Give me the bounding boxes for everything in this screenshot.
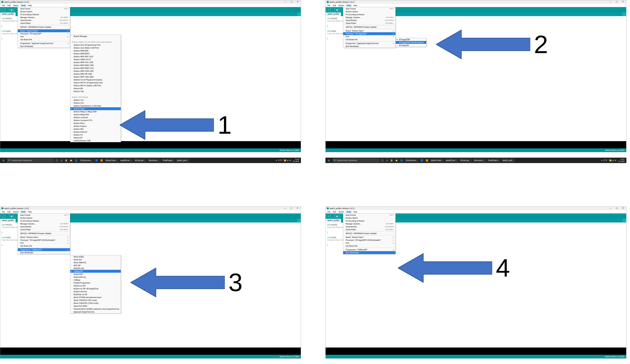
- tools-menu[interactable]: Auto FormatCtrl+T Archive Sketch Fix Enc…: [343, 7, 396, 48]
- taskbar-item[interactable]: ◯: [55, 158, 59, 163]
- tools-menu[interactable]: Auto FormatCtrl+T Archive Sketch Fix Enc…: [343, 213, 396, 254]
- submenu-item[interactable]: Arduino M0 Pro (Programming Port): [70, 81, 121, 84]
- taskbar-item[interactable]: 🟦: [94, 158, 98, 163]
- submenu-item[interactable]: Arduino Leonardo: [70, 116, 121, 119]
- taskbar-item[interactable]: 🖼: [64, 158, 68, 163]
- submenu-item[interactable]: Atmel JTAGICE3 (JTAG mode): [70, 302, 121, 305]
- taskbar-clock[interactable]: 10.008.6.2022: [292, 158, 300, 162]
- submenu-item[interactable]: ●USBtinyISP: [70, 270, 121, 273]
- new-button[interactable]: ▦: [10, 8, 14, 12]
- submenu-item[interactable]: ATmega168: [396, 44, 426, 47]
- taskbar-item[interactable]: 🌐: [74, 158, 78, 163]
- programmer-submenu[interactable]: Atmel EDBGAtmel-ICEAtmel SAM-ICEAVR ISPA…: [70, 255, 121, 314]
- submenu-item[interactable]: Arduino MKR WiFi 1010: [70, 55, 121, 58]
- submenu-item[interactable]: Arduino MKR FOX 1200: [70, 61, 121, 64]
- submenu-item[interactable]: BusPirate as ISP: [70, 293, 121, 296]
- taskbar-item[interactable]: Adobe Flash…: [104, 158, 118, 163]
- submenu-item[interactable]: Arduino Duemilanove or Diecimila: [70, 104, 121, 107]
- verify-button[interactable]: ✔: [1, 8, 5, 12]
- submenu-item[interactable]: ArduinoISP: [70, 273, 121, 276]
- submenu-item[interactable]: Adafruit Circuit Playground Express: [70, 78, 121, 81]
- submenu-item[interactable]: ●Arduino Nano: [70, 107, 121, 110]
- submenu-item[interactable]: AVRISP mkII: [70, 267, 121, 270]
- submenu-item[interactable]: Arduino Zero (Programming Port): [70, 43, 121, 46]
- taskbar[interactable]: ⊞ 🔍 Kirjoita tähän hakeaksesi ◯▭ 🖼📁🌐 S:E…: [326, 158, 626, 163]
- boards-submenu[interactable]: Boards Manager...Arduino SAMD (32-bits A…: [70, 35, 121, 142]
- submenu-item[interactable]: Atmel EDBG: [70, 255, 121, 258]
- taskbar-item[interactable]: ▭: [60, 158, 64, 163]
- menu-board[interactable]: Board: "Arduino Nano"▸: [18, 29, 70, 32]
- menu-bar[interactable]: File Edit Sketch Tools Help: [0, 4, 301, 7]
- submenu-item[interactable]: Arduino Mega or Mega 2560: [70, 110, 121, 113]
- submenu-item[interactable]: Arduino Leonardo ETH: [70, 119, 121, 122]
- submenu-item[interactable]: Arduino Mini: [70, 128, 121, 130]
- submenu-item[interactable]: Atmel SAM-ICE: [70, 261, 121, 264]
- sketch-tab[interactable]: sketch_jun08a: [0, 12, 16, 16]
- taskbar-item[interactable]: Electronics …: [148, 158, 161, 163]
- submenu-item[interactable]: Arduino Fio: [70, 133, 121, 136]
- submenu-item[interactable]: ATmega328P (Old Bootloader): [396, 41, 426, 44]
- submenu-item[interactable]: Arduino Zero (Native USB Port): [70, 46, 121, 49]
- menu-burn-bootloader[interactable]: Burn Bootloader: [343, 251, 396, 254]
- submenu-item[interactable]: Arduino Tian: [70, 90, 121, 93]
- submenu-item[interactable]: Parallel Programmer: [70, 281, 121, 284]
- submenu-item[interactable]: Arduino as ISP: [70, 284, 121, 287]
- submenu-item[interactable]: Atmel STK500 development board: [70, 296, 121, 299]
- menu-help[interactable]: Help: [27, 4, 33, 7]
- submenu-item[interactable]: AVR ISP: [70, 264, 121, 267]
- minimize-button[interactable]: —: [283, 0, 288, 3]
- taskbar-search[interactable]: 🔍 Kirjoita tähän hakeaksesi: [7, 158, 54, 163]
- taskbar-item[interactable]: 🟧: [99, 158, 104, 163]
- submenu-item[interactable]: Arduino MKR1000: [70, 49, 121, 52]
- processor-submenu[interactable]: ●ATmega328PATmega328P (Old Bootloader)AT…: [396, 38, 426, 47]
- tools-menu[interactable]: Auto FormatCtrl+T Archive Sketch Fix Enc…: [18, 7, 70, 48]
- start-button[interactable]: ⊞: [1, 158, 6, 163]
- taskbar-item[interactable]: KiCad.odp …: [134, 158, 147, 163]
- open-button[interactable]: ↑: [14, 8, 18, 12]
- submenu-item[interactable]: Atmel JTAGICE3 (ISP mode): [70, 299, 121, 302]
- taskbar-item[interactable]: S:Electronics…: [79, 158, 94, 163]
- maximize-button[interactable]: ▢: [289, 0, 294, 3]
- submenu-item[interactable]: Arduino NANO 33 IoT: [70, 58, 121, 61]
- submenu-item[interactable]: Arduino Micro: [70, 122, 121, 125]
- submenu-item[interactable]: Arduino BT: [70, 136, 121, 139]
- menu-programmer[interactable]: Programmer: "USBtinyISP"▸: [18, 248, 70, 251]
- close-button[interactable]: ✕: [295, 0, 300, 3]
- taskbar-weather[interactable]: ☀ 17°C: [276, 159, 282, 161]
- submenu-item[interactable]: jtag2updi (megaTinyCore): [70, 310, 121, 313]
- menu-edit[interactable]: Edit: [6, 4, 12, 7]
- submenu-item[interactable]: Arduino Mega ADK: [70, 113, 121, 116]
- menu-processor[interactable]: Processor: "ATmega328P"▸: [343, 32, 396, 35]
- tab-menu-button[interactable]: [297, 12, 301, 16]
- submenu-item[interactable]: Atmel-ICE (AVR): [70, 305, 121, 308]
- submenu-item[interactable]: Arduino MKRZERO: [70, 52, 121, 55]
- submenu-item[interactable]: Boards Manager...: [70, 35, 121, 38]
- submenu-item[interactable]: Onboard Atmel mEDBG (xplained_mini) (meg…: [70, 308, 121, 310]
- submenu-item[interactable]: Arduino MKR WAN 1300: [70, 64, 121, 67]
- taskbar-item[interactable]: FinalProject…: [162, 158, 175, 163]
- submenu-item[interactable]: USBasp: [70, 279, 121, 281]
- submenu-item[interactable]: Arduino MKR Vidor 4000: [70, 75, 121, 78]
- submenu-item[interactable]: LilyPad Arduino USB: [70, 139, 121, 142]
- submenu-item[interactable]: ArduinoISP.org: [70, 276, 121, 279]
- menu-file[interactable]: File: [1, 4, 6, 7]
- system-tray[interactable]: ^ 📶 🔊 ⚙: [283, 159, 291, 161]
- submenu-item[interactable]: Arduino Ethernet: [70, 130, 121, 133]
- taskbar-item[interactable]: week05.md …: [120, 158, 133, 163]
- submenu-item[interactable]: Arduino Esplora: [70, 125, 121, 128]
- submenu-item[interactable]: ●ATmega328P: [396, 38, 426, 41]
- menu-tools[interactable]: Tools: [20, 4, 26, 7]
- taskbar-item[interactable]: 📁: [69, 158, 73, 163]
- submenu-item[interactable]: Arduino M0 Pro (Native USB Port): [70, 84, 121, 87]
- submenu-item[interactable]: Arduino Gemma: [70, 290, 121, 293]
- submenu-item[interactable]: Arduino Uno: [70, 101, 121, 104]
- submenu-item[interactable]: Arduino MKR NB 1500: [70, 72, 121, 75]
- submenu-item[interactable]: Arduino M0: [70, 87, 121, 90]
- taskbar[interactable]: ⊞ 🔍 Kirjoita tähän hakeaksesi ◯ ▭ 🖼 📁 🌐 …: [0, 158, 301, 163]
- tools-menu[interactable]: Auto FormatCtrl+T Archive Sketch Fix Enc…: [18, 213, 70, 254]
- upload-button[interactable]: →: [5, 8, 9, 12]
- menu-sketch[interactable]: Sketch: [12, 4, 20, 7]
- taskbar-item[interactable]: sketch_jun0…: [176, 158, 190, 163]
- submenu-item[interactable]: Arduino as ISP (ATmega32U4): [70, 287, 121, 290]
- submenu-item[interactable]: Arduino Yún: [70, 99, 121, 101]
